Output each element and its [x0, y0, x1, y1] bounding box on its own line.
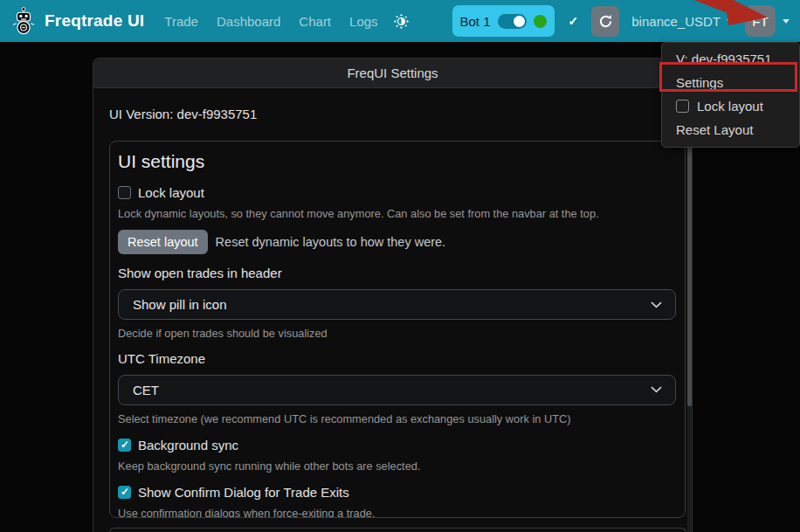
- timezone-description: Select timezone (we recommend UTC is rec…: [118, 411, 676, 426]
- open-trades-description: Decide if open trades should be visualiz…: [118, 326, 676, 341]
- chevron-down-icon: [651, 301, 662, 308]
- refresh-icon: [598, 14, 613, 29]
- caret-down-icon: [783, 19, 790, 24]
- ui-settings-title: UI settings: [118, 151, 676, 172]
- theme-toggle-icon[interactable]: [393, 13, 410, 30]
- background-sync-row: Background sync: [118, 438, 676, 453]
- timezone-select[interactable]: CET: [118, 375, 676, 405]
- confirm-exit-label[interactable]: Show Confirm Dialog for Trade Exits: [138, 485, 349, 500]
- caret-down-icon: [727, 19, 734, 24]
- open-trades-label: Show open trades in header: [118, 266, 676, 280]
- menu-item-lock-layout[interactable]: Lock layout: [662, 94, 799, 118]
- settings-card-body: UI Version: dev-f9935751 UI settings Loc…: [93, 88, 692, 518]
- brand[interactable]: Freqtrade UI: [10, 6, 144, 36]
- open-trades-select[interactable]: Show pill in icon: [118, 289, 676, 320]
- nav-link-logs[interactable]: Logs: [348, 10, 380, 32]
- user-dropdown-menu: V: dev-f9935751 Settings Lock layout Res…: [661, 42, 800, 148]
- menu-item-settings[interactable]: Settings: [662, 71, 799, 94]
- exchange-dropdown[interactable]: binance_USDT: [631, 14, 734, 29]
- bot-toggle-switch[interactable]: [498, 14, 527, 29]
- nav-link-dashboard[interactable]: Dashboard: [215, 10, 282, 32]
- settings-card-header: FreqUI Settings: [93, 59, 692, 88]
- confirm-exit-row: Show Confirm Dialog for Trade Exits: [118, 485, 676, 500]
- exchange-label: binance_USDT: [631, 14, 721, 29]
- timezone-label: UTC Timezone: [118, 351, 676, 366]
- settings-card: FreqUI Settings UI Version: dev-f9935751…: [93, 58, 693, 532]
- reset-layout-button[interactable]: Reset layout: [118, 230, 208, 254]
- background-sync-label[interactable]: Background sync: [138, 438, 238, 453]
- nav-link-trade[interactable]: Trade: [162, 10, 200, 32]
- navbar-right-group: Bot 1 ✓ binance_USDT FT: [452, 5, 790, 37]
- lock-layout-checkbox[interactable]: [118, 186, 131, 199]
- page-title: FreqUI Settings: [347, 66, 438, 80]
- lock-layout-row: Lock layout: [118, 185, 676, 200]
- confirm-exit-checkbox[interactable]: [118, 486, 131, 499]
- bot-name: Bot 1: [460, 14, 491, 29]
- lock-layout-description: Lock dynamic layouts, so they cannot mov…: [118, 206, 676, 221]
- lock-layout-menu-checkbox[interactable]: [676, 100, 689, 113]
- chevron-down-icon: [651, 386, 662, 393]
- lock-layout-label[interactable]: Lock layout: [138, 185, 204, 200]
- brand-title: Freqtrade UI: [45, 11, 144, 31]
- next-fieldset-top-edge: [109, 528, 686, 532]
- freqtrade-robot-logo-icon: [10, 6, 37, 36]
- background-sync-description: Keep background sync running while other…: [118, 459, 676, 473]
- user-avatar-button[interactable]: FT: [745, 5, 776, 37]
- ui-version-text: UI Version: dev-f9935751: [109, 107, 686, 121]
- background-sync-checkbox[interactable]: [118, 439, 131, 452]
- bot-online-status-dot: [534, 15, 547, 28]
- nav-link-chart[interactable]: Chart: [297, 10, 333, 32]
- nav-links: Trade Dashboard Chart Logs: [162, 10, 379, 32]
- ui-settings-fieldset: UI settings Lock layout Lock dynamic lay…: [109, 141, 686, 518]
- menu-item-version: V: dev-f9935751: [662, 47, 799, 71]
- check-icon[interactable]: ✓: [569, 14, 579, 28]
- navbar: Freqtrade UI Trade Dashboard Chart Logs …: [0, 0, 800, 42]
- refresh-button[interactable]: [591, 6, 619, 37]
- confirm-exit-description: Use confirmation dialogs when force-exit…: [118, 506, 676, 518]
- reset-layout-description: Reset dynamic layouts to how they were.: [216, 235, 446, 249]
- reset-layout-row: Reset layout Reset dynamic layouts to ho…: [118, 230, 676, 254]
- bot-selector-pill[interactable]: Bot 1: [452, 5, 555, 37]
- menu-item-reset-layout[interactable]: Reset Layout: [662, 118, 799, 142]
